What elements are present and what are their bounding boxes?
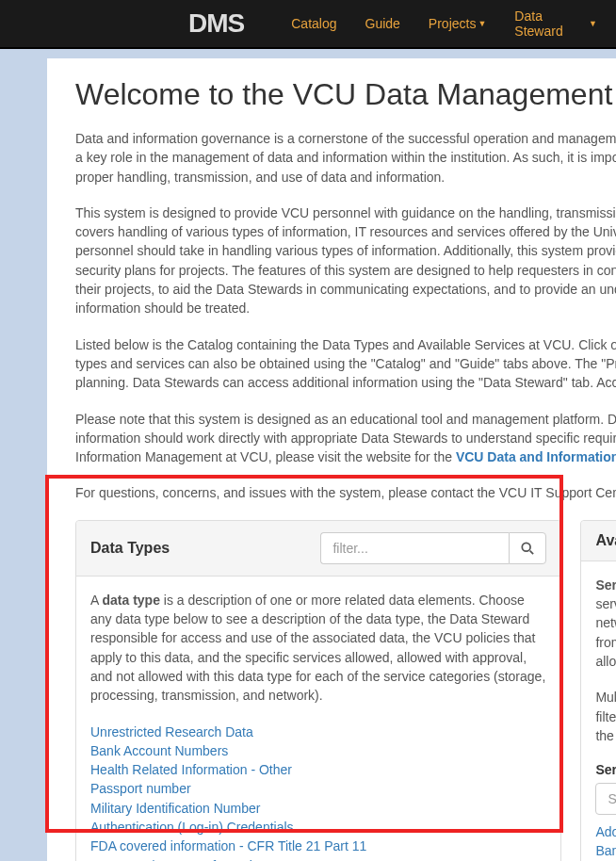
panels-row: Data Types A data type is a description … [75,520,616,861]
chevron-down-icon: ▼ [478,19,486,28]
intro-p4: Please note that this system is designed… [75,410,616,467]
intro-p1: Data and information governance is a cor… [75,129,616,187]
page-title: Welcome to the VCU Data Management Syste… [75,77,616,112]
nav-catalog[interactable]: Catalog [291,8,336,39]
svg-point-0 [523,543,531,551]
services-list-label: Services [595,762,616,777]
intro-p2: This system is designed to provide VCU p… [75,203,616,318]
data-type-link[interactable]: Contracts / Grants Information [90,856,546,861]
svg-line-1 [530,550,534,554]
services-body: Services are IT resources andservices of… [581,561,616,861]
data-types-filter-input[interactable] [320,532,509,564]
nav-links: Catalog Guide Projects▼ Data Steward▼ [291,8,597,39]
services-list: Adobe SignBannerCloud StorageCompute Clu… [595,822,616,861]
top-navbar: DMS Catalog Guide Projects▼ Data Steward… [0,0,616,49]
brand-logo[interactable]: DMS [188,8,244,39]
data-type-link[interactable]: Bank Account Numbers [90,741,546,760]
nav-projects[interactable]: Projects▼ [429,8,487,39]
data-types-body: A data type is a description of one or m… [76,577,560,861]
data-types-panel: Data Types A data type is a description … [75,520,561,861]
nav-guide[interactable]: Guide [365,8,400,39]
data-types-search-button[interactable] [509,532,546,564]
services-panel: Available Services Services are IT resou… [580,520,616,861]
data-type-link[interactable]: Unrestricted Research Data [90,723,546,741]
data-types-heading: Data Types [76,521,560,577]
services-desc1: Services are IT resources andservices of… [595,576,616,671]
intro-text: Data and information governance is a cor… [75,129,616,503]
data-type-link[interactable]: Authentication (Log-in) Credentials [90,818,546,837]
data-types-desc: A data type is a description of one or m… [90,591,546,706]
data-type-link[interactable]: Military Identification Number [90,799,546,818]
search-icon [521,542,534,555]
nav-data-steward-label: Data Steward [514,8,587,39]
data-type-link[interactable]: FDA covered information - CFR Title 21 P… [90,837,546,855]
intro-p3: Listed below is the Catalog containing t… [75,335,616,393]
intro-p5: For questions, concerns, and issues with… [75,483,616,502]
data-types-list: Unrestricted Research DataBank Account N… [90,723,546,861]
service-link[interactable]: Adobe Sign [595,822,616,841]
chevron-down-icon: ▼ [589,19,597,28]
nav-data-steward[interactable]: Data Steward▼ [514,8,597,39]
services-heading: Available Services [581,521,616,561]
data-types-filter-group [320,532,546,564]
nav-guide-label: Guide [365,16,400,31]
nav-projects-label: Projects [429,16,477,31]
info-mgmt-link[interactable]: VCU Data and Information Management [456,449,616,464]
nav-catalog-label: Catalog [291,16,336,31]
service-link[interactable]: Banner [595,841,616,860]
services-desc2: Multiple services can be compared. Use t… [595,688,616,745]
data-type-link[interactable]: Passport number [90,779,546,798]
data-types-title: Data Types [90,540,170,557]
services-filter-input[interactable] [595,783,616,815]
data-type-link[interactable]: Health Related Information - Other [90,760,546,779]
services-title: Available Services [595,532,616,549]
main-content: Welcome to the VCU Data Management Syste… [47,58,616,861]
